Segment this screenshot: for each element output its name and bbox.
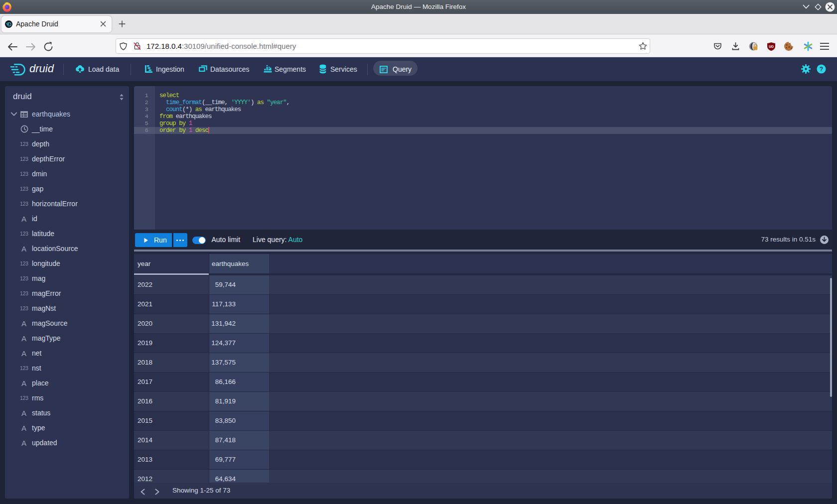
svg-text:UO: UO: [769, 45, 774, 48]
svg-text:?: ?: [820, 66, 824, 73]
